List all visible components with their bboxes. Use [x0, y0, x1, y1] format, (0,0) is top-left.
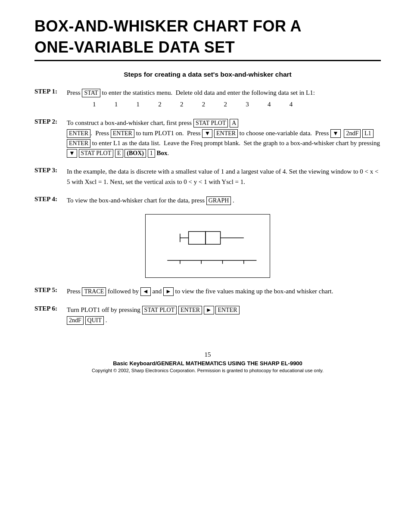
step-4-label: STEP 4:	[34, 196, 67, 203]
footer-title: Basic Keyboard/GENERAL MATHEMATICS USING…	[34, 360, 381, 367]
step-1: STEP 1: Press STAT to enter the statisti…	[34, 88, 381, 110]
section-heading: Steps for creating a data set's box-and-…	[34, 71, 381, 78]
step-6: STEP 6: Turn PLOT1 off by pressing STAT …	[34, 305, 381, 325]
enter-key-1: ENTER	[67, 129, 90, 138]
step-6-label: STEP 6:	[34, 305, 67, 312]
title-line1: BOX-AND-WHISKER CHART FOR A	[34, 17, 381, 35]
svg-rect-2	[189, 231, 206, 244]
step-3-content: In the example, the data is discrete wit…	[67, 167, 381, 187]
l1-key: L1	[362, 129, 374, 138]
quit-key: QUIT	[85, 316, 104, 325]
right-arrow-key-2: ►	[204, 306, 214, 314]
enter-key-4: ENTER	[67, 139, 90, 148]
page-number: 15	[34, 351, 381, 358]
box-label: Box	[156, 149, 167, 156]
and-text: and	[153, 288, 162, 295]
a-key: A	[230, 119, 238, 128]
svg-rect-3	[206, 231, 221, 244]
stat-plot-key-3: STAT PLOT	[142, 306, 177, 314]
stat-plot-key-2: STAT PLOT	[79, 149, 114, 158]
arrow-down-key-1: ▼	[202, 129, 212, 138]
e-key: E	[115, 149, 123, 158]
arrow-down-key-2: ▼	[330, 129, 341, 138]
step-2-label: STEP 2:	[34, 118, 67, 125]
step-2-content: To construct a box-and-whisker chart, fi…	[67, 118, 381, 158]
2ndf-key-2: 2ndF	[67, 316, 84, 325]
graph-key: GRAPH	[206, 196, 231, 205]
step-1-content: Press STAT to enter the statistics menu.…	[67, 88, 381, 110]
title-line2: ONE-VARIABLE DATA SET	[34, 38, 381, 56]
step-3: STEP 3: In the example, the data is disc…	[34, 167, 381, 187]
step-5-content: Press TRACE followed by ◄ and ► to view …	[67, 286, 381, 296]
bw-chart-svg	[145, 214, 270, 278]
enter-key-5: ENTER	[178, 306, 202, 314]
right-arrow-key: ►	[163, 287, 174, 296]
page-footer: 15 Basic Keyboard/GENERAL MATHEMATICS US…	[34, 351, 381, 373]
enter-key-2: ENTER	[111, 129, 134, 138]
one-key: 1	[148, 149, 155, 158]
page-title: BOX-AND-WHISKER CHART FOR A ONE-VARIABLE…	[34, 17, 381, 56]
arrow-down-key-3: ▼	[67, 149, 77, 158]
step-5-label: STEP 5:	[34, 286, 67, 294]
stat-plot-key: STAT PLOT	[193, 119, 228, 128]
step-3-label: STEP 3:	[34, 167, 67, 174]
left-arrow-key: ◄	[140, 287, 151, 296]
step-5: STEP 5: Press TRACE followed by ◄ and ► …	[34, 286, 381, 296]
2ndf-key-1: 2ndF	[344, 129, 361, 138]
step-1-label: STEP 1:	[34, 88, 67, 95]
step-6-content: Turn PLOT1 off by pressing STAT PLOT ENT…	[67, 305, 381, 325]
footer-copyright: Copyright © 2002, Sharp Electronics Corp…	[34, 368, 381, 373]
steps-container: STEP 1: Press STAT to enter the statisti…	[34, 88, 381, 325]
title-divider	[34, 60, 381, 61]
step-4-content: To view the box-and-whisker chart for th…	[67, 196, 381, 205]
step-2: STEP 2: To construct a box-and-whisker c…	[34, 118, 381, 158]
enter-key-3: ENTER	[214, 129, 238, 138]
trace-key: TRACE	[82, 287, 106, 296]
chart-wrapper	[34, 214, 381, 278]
stat-key: STAT	[82, 89, 100, 97]
box-key: (BOX)	[125, 149, 146, 158]
enter-key-6: ENTER	[215, 306, 239, 314]
step-4: STEP 4: To view the box-and-whisker char…	[34, 196, 381, 205]
data-row: 1 1 1 2 2 2 2 3 4 4	[93, 100, 381, 109]
